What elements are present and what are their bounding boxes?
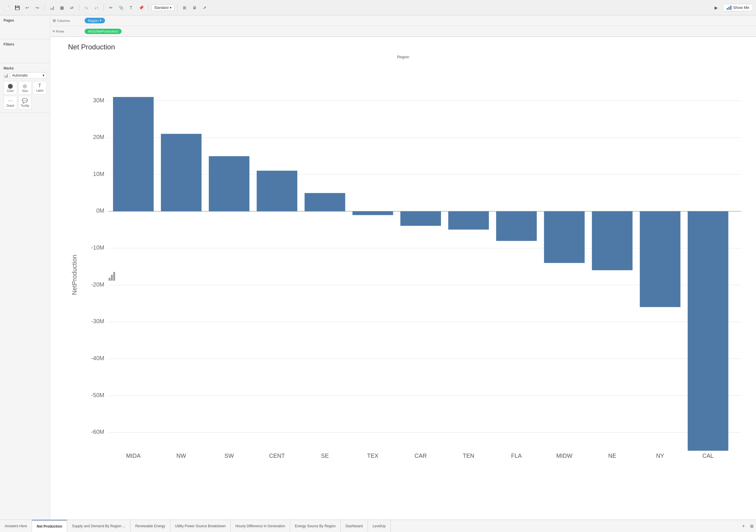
tab-nav-icon[interactable]: ⊞ [748, 522, 756, 530]
filters-section: Filters [0, 39, 50, 63]
tab-net-production[interactable]: Net Production [32, 520, 67, 532]
marks-detail-cell[interactable]: ⋯ Detail [4, 96, 17, 109]
redo-icon[interactable]: ↪ [33, 4, 41, 12]
bar-mida[interactable] [113, 97, 153, 211]
bar-car[interactable] [400, 211, 441, 226]
bar-ny[interactable] [640, 211, 680, 307]
tab-supply-demand[interactable]: Supply and Demand By Region ... [67, 520, 130, 532]
label-text-icon: T [38, 83, 41, 89]
paperclip-icon[interactable]: 📎 [117, 4, 125, 12]
bar-cent[interactable] [257, 171, 297, 211]
x-label-cent: CENT [269, 452, 285, 459]
y-tick-neg20m: -20M [91, 281, 104, 288]
bar-chart-icon[interactable]: 📊 [48, 4, 56, 12]
svg-rect-0 [109, 278, 110, 280]
show-me-bar-icon [727, 6, 731, 10]
x-label-tex: TEX [367, 452, 378, 459]
chart-title: Net Production [68, 43, 750, 51]
mini-bar-icon [109, 272, 115, 280]
tab-renewable[interactable]: Renewable Energy [130, 520, 170, 532]
bar-sw[interactable] [209, 156, 249, 211]
bar-midw[interactable] [544, 211, 584, 263]
label-label: Label [36, 89, 43, 92]
tooltip-label: Tooltip [21, 104, 29, 107]
pencil-icon[interactable]: ✏ [107, 4, 115, 12]
table-icon[interactable]: ▦ [58, 4, 66, 12]
columns-shelf-label: ⊞ Columns [53, 18, 82, 23]
pages-section: Pages [0, 15, 50, 39]
agg-net-production-pill[interactable]: AGG(NetProduction) [85, 29, 122, 34]
region-pill[interactable]: Region ▾ [85, 18, 105, 23]
filters-label: Filters [4, 42, 46, 46]
undo-icon[interactable]: ↩ [23, 4, 31, 12]
tab-energy-source[interactable]: Energy Source By Region [290, 520, 341, 532]
marks-size-cell[interactable]: ◎ Size [18, 81, 32, 94]
device-icon[interactable]: 🖥 [190, 4, 199, 12]
pin-icon[interactable]: 📌 [137, 4, 145, 12]
sort-desc-icon[interactable]: ↓↑ [92, 4, 100, 12]
swap-icon[interactable]: ⇄ [68, 4, 76, 12]
add-tab-icon[interactable]: + [740, 522, 748, 530]
columns-label-text: Columns [57, 19, 70, 22]
sort-asc-icon[interactable]: ↑↓ [82, 4, 91, 12]
x-label-mida: MIDA [126, 452, 141, 459]
tab-levelup[interactable]: LevelUp [368, 520, 391, 532]
share-icon[interactable]: ⇗ [201, 4, 209, 12]
new-workbook-icon[interactable]: 📄 [3, 4, 11, 12]
layout-icon[interactable]: ⊞ [180, 4, 189, 12]
tab-utility-breakdown-label: Utility Power Source Breakdown [175, 524, 226, 528]
tab-levelup-label: LevelUp [373, 524, 386, 528]
show-me-button[interactable]: Show Me [723, 4, 753, 11]
center-area: ⊞ Columns Region ▾ ≡ Rows AGG(NetProduct… [50, 15, 756, 519]
marks-section: Marks 📊 Automatic ▾ ⬤ Color ◎ Size T [0, 63, 50, 113]
bar-tex[interactable] [353, 211, 393, 215]
tab-answers-here-label: Answers Here [5, 524, 27, 528]
rows-shelf-label: ≡ Rows [53, 29, 82, 34]
bar-nw[interactable] [161, 134, 202, 211]
tab-dashboard-label: Dashboard [345, 524, 363, 528]
agg-pill-text: AGG(NetProduction) [88, 30, 118, 33]
text-icon[interactable]: T [127, 4, 135, 12]
tab-answers-here[interactable]: Answers Here [0, 520, 32, 532]
marks-type-dropdown[interactable]: Automatic ▾ [10, 72, 46, 79]
y-tick-10m: 10M [93, 171, 104, 177]
bar-se[interactable] [305, 193, 345, 211]
tab-dashboard[interactable]: Dashboard [341, 520, 368, 532]
region-pill-text: Region [88, 19, 98, 22]
x-label-nw: NW [176, 452, 186, 459]
toolbar: 📄 💾 ↩ ↪ 📊 ▦ ⇄ ↑↓ ↓↑ ✏ 📎 T 📌 Standard ▾ ⊞… [0, 0, 756, 15]
tab-hourly-diff-label: Hourly Difference in Generation [235, 524, 285, 528]
tab-utility-breakdown[interactable]: Utility Power Source Breakdown [170, 520, 231, 532]
bar-fla[interactable] [496, 211, 536, 241]
sep2 [79, 4, 79, 11]
save-icon[interactable]: 💾 [13, 4, 21, 12]
detail-icon: ⋯ [8, 98, 13, 103]
columns-icon: ⊞ [53, 18, 56, 23]
sep3 [103, 4, 104, 11]
bar-cal[interactable] [688, 211, 728, 451]
bar-ten[interactable] [448, 211, 489, 230]
tooltip-icon: 💬 [22, 98, 28, 103]
filters-content [4, 48, 46, 60]
rows-label-text: Rows [56, 30, 65, 33]
tab-actions: + ⊞ [740, 520, 756, 532]
standard-dropdown[interactable]: Standard ▾ [151, 4, 174, 11]
marks-type-row: 📊 Automatic ▾ [4, 72, 46, 79]
marks-label-cell[interactable]: T Label [33, 81, 46, 94]
sep5 [177, 4, 177, 11]
marks-tooltip-cell[interactable]: 💬 Tooltip [18, 96, 32, 109]
show-me-label: Show Me [733, 5, 749, 10]
bar-ne[interactable] [592, 211, 633, 270]
tab-hourly-diff[interactable]: Hourly Difference in Generation [231, 520, 290, 532]
x-label-car: CAR [415, 452, 427, 459]
marks-type-arrow: ▾ [42, 73, 44, 77]
color-dots-icon: ⬤ [8, 83, 13, 89]
marks-color-cell[interactable]: ⬤ Color [4, 81, 17, 94]
detail-label: Detail [7, 104, 14, 107]
present-icon[interactable]: ▶ [712, 4, 720, 12]
x-label-midw: MIDW [556, 452, 573, 459]
standard-label: Standard [154, 6, 169, 10]
sep1 [44, 4, 45, 11]
chart-svg: NetProduction [68, 54, 750, 510]
chart-area: Net Production Region NetProduction [50, 37, 756, 519]
